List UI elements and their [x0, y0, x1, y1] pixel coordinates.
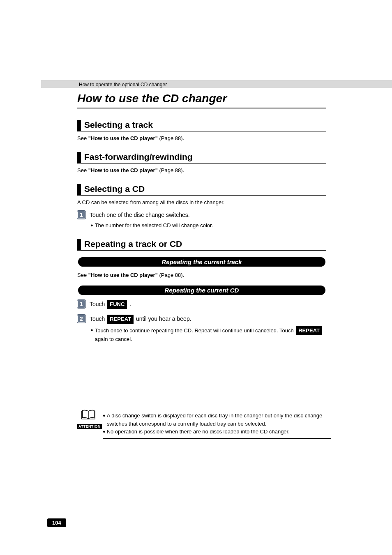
bullet-text: Touch once to continue repeating the CD.…: [95, 326, 326, 343]
step-row: 1 Touch FUNC .: [77, 300, 326, 309]
page-number: 104: [47, 518, 66, 527]
attention-text-2: No operation is possible when there are …: [107, 428, 290, 436]
step-number-badge: 1: [77, 211, 85, 219]
book-icon: [81, 409, 96, 420]
see-link-text: "How to use the CD player": [88, 135, 158, 141]
bullet-text: The number for the selected CD will chan…: [95, 221, 213, 230]
attention-text-1: A disc change switch is displayed for ea…: [107, 412, 331, 428]
section-ff-rw: Fast-forwarding/rewinding: [77, 152, 326, 164]
see-suffix: (Page 88).: [158, 272, 184, 278]
attention-label: ATTENTION: [77, 424, 102, 429]
step-instruction: Touch REPEAT until you hear a beep.: [90, 315, 191, 324]
see-suffix: (Page 88).: [158, 167, 184, 173]
step-sub-bullet: ● Touch once to continue repeating the C…: [90, 326, 326, 343]
see-link-text: "How to use the CD player": [88, 167, 158, 173]
func-button-label: FUNC: [107, 300, 127, 309]
step-sub-bullet: ● The number for the selected CD will ch…: [90, 221, 326, 230]
bullet-text-suffix: again to cancel.: [95, 336, 132, 342]
see-reference-text: See "How to use the CD player" (Page 88)…: [77, 167, 326, 174]
see-reference-text: See "How to use the CD player" (Page 88)…: [77, 135, 326, 142]
attention-bullet: ● No operation is possible when there ar…: [103, 428, 331, 436]
see-prefix: See: [77, 272, 88, 278]
step-number-badge: 2: [77, 315, 85, 323]
step-instruction: Touch FUNC .: [90, 300, 131, 309]
see-prefix: See: [77, 167, 88, 173]
section-selecting-track: Selecting a track: [77, 120, 326, 131]
bullet-icon: ●: [103, 412, 106, 419]
step-text-prefix: Touch: [90, 315, 106, 322]
see-suffix: (Page 88).: [158, 135, 184, 141]
step-text-suffix: until you hear a beep.: [134, 315, 191, 322]
select-cd-intro: A CD can be selected from among all the …: [77, 199, 326, 206]
see-prefix: See: [77, 135, 88, 141]
bullet-icon: ●: [90, 326, 93, 334]
step-text-suffix: .: [128, 301, 131, 307]
subsection-repeat-cd: Repeating the current CD: [78, 286, 325, 295]
bullet-icon: ●: [103, 428, 106, 435]
attention-icon-wrapper: ATTENTION: [77, 409, 99, 429]
step-row: 1 Touch one of the disc change switches.: [77, 211, 326, 219]
step-number-badge: 1: [77, 300, 85, 308]
breadcrumb-bar: How to operate the optional CD changer: [41, 80, 392, 88]
attention-content: ● A disc change switch is displayed for …: [103, 409, 331, 439]
repeat-button-label: REPEAT: [296, 326, 322, 335]
step-instruction: Touch one of the disc change switches.: [90, 211, 190, 219]
repeat-button-label: REPEAT: [107, 315, 134, 324]
step-row: 2 Touch REPEAT until you hear a beep.: [77, 315, 326, 324]
breadcrumb-text: How to operate the optional CD changer: [79, 82, 167, 88]
subsection-repeat-track: Repeating the current track: [78, 257, 325, 267]
see-link-text: "How to use the CD player": [88, 272, 158, 278]
page-title: How to use the CD changer: [77, 92, 326, 108]
bullet-text-prefix: Touch once to continue repeating the CD.…: [95, 327, 295, 334]
attention-box: ATTENTION ● A disc change switch is disp…: [77, 409, 331, 439]
see-reference-text: See "How to use the CD player" (Page 88)…: [77, 272, 326, 279]
section-selecting-cd: Selecting a CD: [77, 184, 326, 196]
section-repeating: Repeating a track or CD: [77, 239, 326, 251]
step-text-prefix: Touch: [90, 301, 106, 307]
bullet-icon: ●: [90, 221, 93, 229]
attention-bullet: ● A disc change switch is displayed for …: [103, 412, 331, 428]
